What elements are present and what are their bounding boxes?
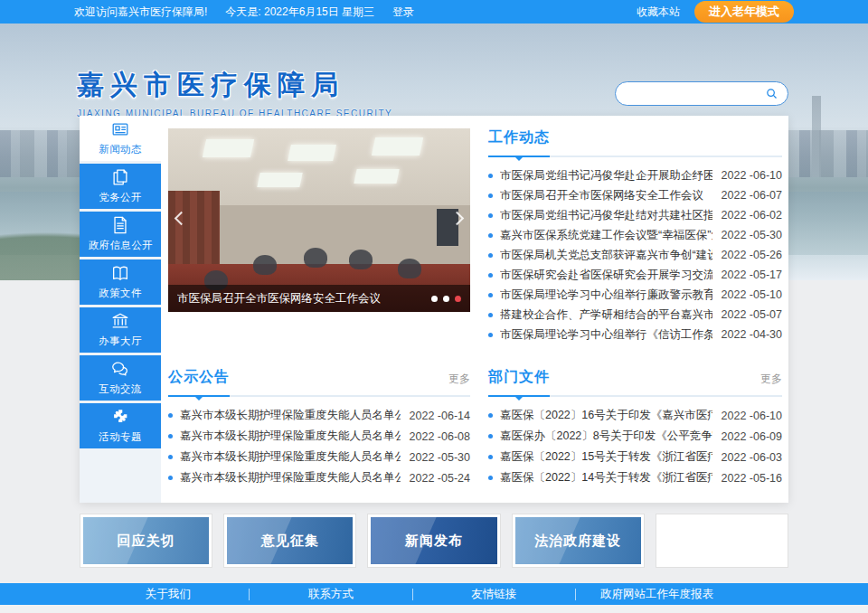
announcements-more-link[interactable]: 更多 [448, 372, 470, 387]
quick-link-banner[interactable]: 回应关切 [80, 514, 212, 568]
elder-mode-button[interactable]: 进入老年模式 [694, 1, 794, 23]
sidebar-item-label: 办事大厅 [99, 334, 142, 348]
carousel-dot[interactable] [431, 296, 438, 302]
news-item-title: 市医保局党组书记冯俊华赴企开展助企纾困活动 [500, 168, 712, 184]
work-news-header: 工作动态 [488, 128, 782, 157]
news-item-date: 2022 -05-07 [722, 308, 782, 321]
news-list-item[interactable]: 嘉兴市本级长期护理保险重度失能人员名单公示（2... 2022 -06-14 [168, 405, 470, 426]
login-link[interactable]: 登录 [392, 5, 414, 20]
news-item-title: 嘉兴市医保系统党建工作会议暨“幸福医保”党建联... [500, 228, 712, 243]
news-item-date: 2022 -05-30 [410, 451, 470, 464]
sidebar-item-label: 党务公开 [99, 190, 142, 204]
carousel-caption[interactable]: 市医保局召开全市医保网络安全工作会议 [177, 291, 431, 306]
news-carousel[interactable]: 市医保局召开全市医保网络安全工作会议 [168, 128, 470, 312]
bullet-icon [488, 253, 493, 258]
sidebar-item[interactable]: 党务公开 [80, 164, 161, 209]
sidebar-item-label: 政府信息公开 [88, 238, 152, 252]
carousel-dot[interactable] [455, 296, 461, 302]
carousel-dot[interactable] [443, 296, 449, 302]
news-list-item[interactable]: 市医保局理论学习中心组举行廉政警示教育专题学习... 2022 -05-10 [488, 285, 782, 305]
news-list-item[interactable]: 市医保局机关党总支部获评嘉兴市争创“建设清廉机... 2022 -05-26 [488, 245, 782, 265]
news-item-date: 2022 -05-26 [722, 249, 782, 261]
footer-nav-link[interactable]: 政府网站工作年度报表 [576, 589, 738, 600]
news-list-item[interactable]: 嘉兴市本级长期护理保险重度失能人员名单公示（2... 2022 -06-08 [168, 426, 470, 447]
welcome-text: 欢迎访问嘉兴市医疗保障局! [74, 5, 207, 20]
bullet-icon [488, 313, 493, 317]
carousel-photo-light [203, 139, 255, 157]
news-item-date: 2022 -06-14 [410, 410, 470, 422]
department-docs-title[interactable]: 部门文件 [488, 368, 550, 387]
news-item-title: 嘉医保〔2022〕14号关于转发《浙江省医疗保... [500, 470, 712, 486]
announcements-list: 嘉兴市本级长期护理保险重度失能人员名单公示（2... 2022 -06-14 嘉… [168, 405, 470, 488]
news-list-item[interactable]: 嘉医保〔2022〕14号关于转发《浙江省医疗保... 2022 -05-16 [488, 467, 782, 488]
footer-nav-link[interactable]: 关于我们 [87, 589, 250, 600]
quick-link-banner[interactable]: 法治政府建设 [512, 514, 645, 568]
bullet-icon [488, 273, 493, 278]
news-list-item[interactable]: 嘉兴市医保系统党建工作会议暨“幸福医保”党建联... 2022 -05-30 [488, 225, 782, 245]
news-item-title: 嘉兴市本级长期护理保险重度失能人员名单公示（2... [180, 470, 401, 486]
sidebar-item-label: 互动交流 [99, 382, 142, 396]
sidebar-nav: 新闻动态 党务公开 政府信息公开 政策文件 办事大厅 [80, 116, 161, 503]
work-news-title[interactable]: 工作动态 [488, 128, 550, 147]
search-input[interactable] [625, 88, 765, 100]
favorite-site-link[interactable]: 收藏本站 [637, 5, 680, 20]
news-list-item[interactable]: 嘉兴市本级长期护理保险重度失能人员名单公示（2... 2022 -05-30 [168, 447, 470, 467]
news-item-date: 2022 -06-02 [722, 209, 782, 222]
quick-link-label: 意见征集 [227, 517, 353, 564]
book-icon [110, 263, 130, 283]
sidebar-item[interactable]: 办事大厅 [80, 307, 161, 353]
news-item-title: 市医保局党组书记冯俊华赴结对共建社区指导全国文... [500, 208, 712, 223]
news-list-item[interactable]: 市医保局党组书记冯俊华赴结对共建社区指导全国文... 2022 -06-02 [488, 205, 782, 225]
bullet-icon [488, 213, 493, 218]
department-docs-list: 嘉医保〔2022〕16号关于印发《嘉兴市医疗保... 2022 -06-10 嘉… [488, 405, 782, 488]
bullet-icon [488, 333, 493, 337]
footer-nav-list: 关于我们联系方式友情链接政府网站工作年度报表 [87, 589, 738, 600]
bullet-icon [488, 476, 493, 480]
news-list-item[interactable]: 嘉医保〔2022〕16号关于印发《嘉兴市医疗保... 2022 -06-10 [488, 405, 782, 426]
news-item-date: 2022 -04-30 [722, 328, 782, 341]
bullet-icon [168, 455, 173, 459]
news-list-item[interactable]: 嘉兴市本级长期护理保险重度失能人员名单公示（2... 2022 -05-24 [168, 467, 470, 488]
news-item-date: 2022 -05-10 [722, 288, 782, 301]
news-list-item[interactable]: 搭建校企合作、产学研相结合的平台嘉兴市长期护理... 2022 -05-07 [488, 305, 782, 325]
announcements-title[interactable]: 公示公告 [168, 368, 230, 387]
sidebar-item[interactable]: 互动交流 [80, 355, 161, 401]
bullet-icon [488, 413, 493, 418]
news-list-item[interactable]: 市医保局召开全市医保网络安全工作会议 2022 -06-07 [488, 185, 782, 205]
sidebar-item[interactable]: 政策文件 [80, 259, 161, 305]
sidebar-item[interactable]: 活动专题 [80, 403, 161, 448]
quick-link-banner[interactable]: 新闻发布 [367, 514, 500, 568]
sidebar-item[interactable]: 政府信息公开 [80, 212, 161, 257]
footer-nav-link[interactable]: 联系方式 [250, 589, 412, 600]
news-item-date: 2022 -05-30 [722, 229, 782, 241]
work-news-panel: 工作动态 市医保局党组书记冯俊华赴企开展助企纾困活动 2022 -06-10 市… [488, 128, 782, 344]
carousel-photo-light [257, 173, 302, 187]
quick-link-banner[interactable]: 意见征集 [223, 514, 356, 568]
carousel-dots [431, 296, 461, 302]
bullet-icon [488, 293, 493, 297]
topbar-right: 收藏本站 进入老年模式 [637, 1, 794, 23]
quick-link-label: 提案建议 [659, 517, 785, 564]
quick-link-label: 法治政府建设 [515, 517, 641, 564]
banner-tower [812, 96, 821, 177]
current-date: 今天是: 2022年6月15日 星期三 [225, 5, 374, 20]
footer-nav-link[interactable]: 友情链接 [413, 589, 576, 600]
search-icon[interactable] [765, 87, 778, 100]
content-grid: 市医保局召开全市医保网络安全工作会议 工作动态 市医保局党组书记冯俊华赴企开展助… [161, 116, 788, 503]
news-list-item[interactable]: 市医保研究会赴省医保研究会开展学习交流活动 2022 -05-17 [488, 265, 782, 285]
department-docs-more-link[interactable]: 更多 [760, 372, 782, 387]
news-list-item[interactable]: 嘉医保〔2022〕15号关于转发《浙江省医疗保... 2022 -06-03 [488, 447, 782, 467]
sidebar-item-label: 活动专题 [99, 429, 142, 444]
top-utility-bar: 欢迎访问嘉兴市医疗保障局! 今天是: 2022年6月15日 星期三 登录 收藏本… [0, 0, 868, 24]
bullet-icon [488, 233, 493, 238]
sidebar-item[interactable]: 新闻动态 [80, 116, 161, 161]
bullet-icon [488, 193, 493, 198]
news-list-item[interactable]: 市医保局党组书记冯俊华赴企开展助企纾困活动 2022 -06-10 [488, 165, 782, 185]
news-list-item[interactable]: 市医保局理论学习中心组举行《信访工作条例》专题... 2022 -04-30 [488, 325, 782, 344]
site-search [615, 81, 788, 106]
news-item-title: 市医保局召开全市医保网络安全工作会议 [500, 188, 712, 203]
bullet-icon [168, 434, 173, 439]
news-list-item[interactable]: 嘉医保办〔2022〕8号关于印发《公平竞争审查... 2022 -06-09 [488, 426, 782, 447]
quick-link-banner[interactable]: 提案建议 [656, 514, 788, 568]
department-docs-panel: 部门文件 更多 嘉医保〔2022〕16号关于印发《嘉兴市医疗保... 2022 … [488, 368, 782, 488]
